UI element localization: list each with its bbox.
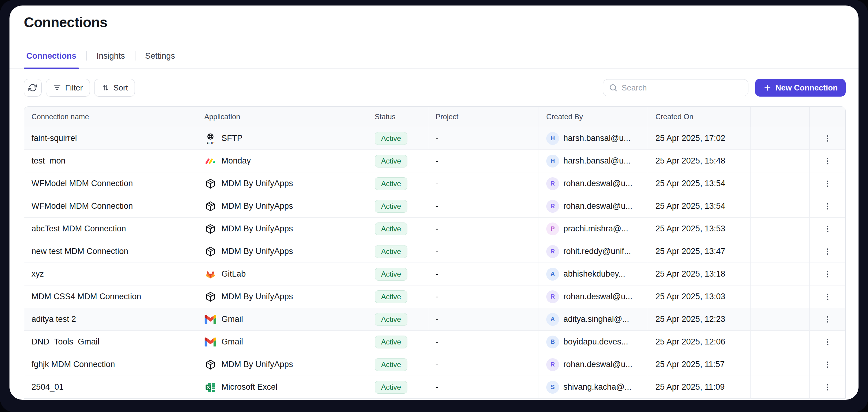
- table-row[interactable]: faint-squirrel SFTP SFTP Active - H hars…: [24, 127, 845, 149]
- application-cell: Monday: [197, 150, 367, 172]
- connection-name: new test MDM Connection: [24, 240, 197, 263]
- table-row[interactable]: abcTest MDM Connection MDM By UnifyApps …: [24, 217, 845, 240]
- new-connection-button[interactable]: New Connection: [755, 79, 846, 97]
- application-name: Microsoft Excel: [221, 382, 277, 392]
- row-menu-button[interactable]: [820, 176, 835, 191]
- spacer-cell: [750, 331, 810, 353]
- created-on: 25 Apr 2025, 13:54: [648, 195, 750, 217]
- status-cell: Active: [367, 353, 428, 376]
- row-menu-button[interactable]: [820, 380, 835, 394]
- row-menu-button[interactable]: [820, 289, 835, 304]
- application-name: MDM By UnifyApps: [221, 292, 293, 301]
- row-menu-button[interactable]: [820, 154, 835, 168]
- created-by-email: rohan.deswal@u...: [563, 179, 632, 188]
- created-by-email: aditya.singhal@...: [563, 314, 629, 324]
- more-vertical-icon: [823, 202, 832, 211]
- row-menu-button[interactable]: [820, 221, 835, 236]
- connection-name: faint-squirrel: [24, 127, 197, 149]
- application-cell: MDM By UnifyApps: [197, 353, 367, 376]
- row-menu-button[interactable]: [820, 131, 835, 146]
- refresh-button[interactable]: [24, 79, 41, 97]
- application-cell: MDM By UnifyApps: [197, 195, 367, 217]
- table-row[interactable]: DND_Tools_Gmail Gmail Active - B boyidap…: [24, 331, 845, 353]
- row-menu-button[interactable]: [820, 357, 835, 372]
- actions-cell: [810, 218, 845, 240]
- created-on: 25 Apr 2025, 13:03: [648, 285, 750, 308]
- created-on: 25 Apr 2025, 13:53: [648, 218, 750, 240]
- status-cell: Active: [367, 376, 428, 398]
- sort-button[interactable]: Sort: [94, 79, 135, 97]
- table-row[interactable]: fghjk MDM Connection MDM By UnifyApps Ac…: [24, 353, 845, 376]
- status-cell: Active: [367, 150, 428, 172]
- actions-cell: [810, 353, 845, 376]
- status-badge: Active: [375, 381, 407, 394]
- created-by-cell: P prachi.mishra@...: [539, 218, 648, 240]
- connection-name: WFModel MDM Connection: [24, 195, 197, 217]
- created-by-cell: R rohit.reddy@unif...: [539, 240, 648, 263]
- tab-settings[interactable]: Settings: [143, 51, 178, 68]
- toolbar-left: Filter Sort: [24, 79, 135, 97]
- column-header-connection-name: Connection name: [24, 107, 197, 127]
- table-row[interactable]: xyz GitLab Active - A abhishekdubey... 2…: [24, 263, 845, 285]
- application-cell: MDM By UnifyApps: [197, 240, 367, 263]
- more-vertical-icon: [823, 360, 832, 369]
- application-cell: GitLab: [197, 263, 367, 285]
- more-vertical-icon: [823, 383, 832, 392]
- filter-button[interactable]: Filter: [46, 79, 90, 97]
- more-vertical-icon: [823, 224, 832, 234]
- application-name: MDM By UnifyApps: [221, 179, 293, 188]
- table-row[interactable]: MDM CSS4 MDM Connection MDM By UnifyApps…: [24, 285, 845, 308]
- avatar: A: [546, 268, 559, 281]
- table-row[interactable]: WFModel MDM Connection MDM By UnifyApps …: [24, 172, 845, 195]
- more-vertical-icon: [823, 337, 832, 347]
- project-value: -: [428, 308, 539, 331]
- avatar: R: [546, 200, 559, 213]
- status-cell: Active: [367, 285, 428, 308]
- connection-name: MDM CSS4 MDM Connection: [24, 285, 197, 308]
- row-menu-button[interactable]: [820, 244, 835, 259]
- row-menu-button[interactable]: [820, 335, 835, 349]
- table-row[interactable]: 2504_01 Microsoft Excel Active - S shiva…: [24, 376, 845, 398]
- page-background: Connections Connections Insights Setting…: [0, 0, 868, 412]
- row-menu-button[interactable]: [820, 199, 835, 214]
- column-header-empty: [750, 107, 810, 127]
- project-value: -: [428, 195, 539, 217]
- more-vertical-icon: [823, 134, 832, 143]
- tab-insights[interactable]: Insights: [94, 51, 128, 68]
- svg-text:SFTP: SFTP: [207, 141, 214, 144]
- avatar: H: [546, 154, 559, 168]
- application-cell: MDM By UnifyApps: [197, 172, 367, 195]
- row-menu-button[interactable]: [820, 267, 835, 281]
- created-by-email: rohan.deswal@u...: [563, 360, 632, 369]
- page-title: Connections: [24, 13, 846, 31]
- column-header-created-by: Created By: [539, 107, 648, 127]
- table-row[interactable]: test_mon Monday Active - H harsh.bansal@…: [24, 149, 845, 172]
- project-value: -: [428, 331, 539, 353]
- application-cell: Gmail: [197, 308, 367, 331]
- created-on: 25 Apr 2025, 12:06: [648, 331, 750, 353]
- status-badge: Active: [375, 222, 407, 235]
- application-name: MDM By UnifyApps: [221, 201, 293, 211]
- table-row[interactable]: new test MDM Connection MDM By UnifyApps…: [24, 240, 845, 263]
- tab-connections[interactable]: Connections: [24, 51, 79, 68]
- mdm-icon: [204, 245, 217, 258]
- created-by-cell: H harsh.bansal@u...: [539, 150, 648, 172]
- row-menu-button[interactable]: [820, 312, 835, 327]
- search-input[interactable]: [621, 83, 743, 93]
- table-row[interactable]: aditya test 2 Gmail Active - A aditya.si…: [24, 308, 845, 331]
- spacer-cell: [750, 285, 810, 308]
- tab-insights-label: Insights: [97, 52, 125, 61]
- gitlab-icon: [204, 268, 217, 280]
- actions-cell: [810, 150, 845, 172]
- connection-name: fghjk MDM Connection: [24, 353, 197, 376]
- status-cell: Active: [367, 263, 428, 285]
- mdm-icon: [204, 291, 217, 303]
- application-cell: MDM By UnifyApps: [197, 218, 367, 240]
- status-badge: Active: [375, 200, 407, 213]
- application-name: Monday: [221, 156, 251, 166]
- column-header-created-on: Created On: [648, 107, 750, 127]
- application-name: Gmail: [221, 314, 243, 324]
- table-row[interactable]: WFModel MDM Connection MDM By UnifyApps …: [24, 195, 845, 217]
- created-by-email: rohan.deswal@u...: [563, 292, 632, 301]
- connections-page: Connections Connections Insights Setting…: [9, 5, 859, 400]
